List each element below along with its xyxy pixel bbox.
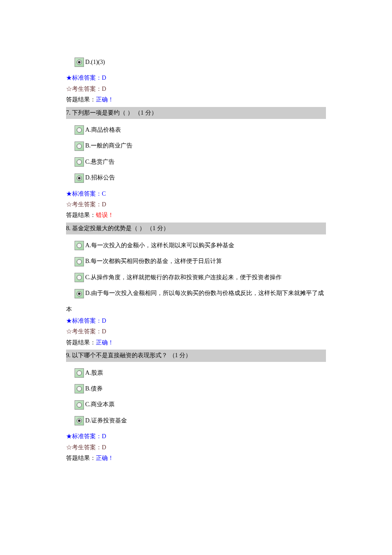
option-label: B.债券 xyxy=(85,384,103,393)
option-label: C.悬赏广告 xyxy=(85,157,115,167)
option-label: D.(1)(3) xyxy=(85,58,105,67)
radio-unselected-icon xyxy=(77,370,82,376)
option-label: A.每一次投入的金额小，这样长期以来可以购买多种基金 xyxy=(85,241,234,250)
result-row: 答题结果：错误！ xyxy=(66,211,326,220)
option-row: A.股票 xyxy=(75,368,326,378)
result-row: 答题结果：正确！ xyxy=(66,454,326,463)
radio-button[interactable] xyxy=(75,241,84,250)
result-value: 正确！ xyxy=(96,339,114,346)
student-answer: ☆考生答案：D xyxy=(66,327,326,336)
option-row: D.招标公告 xyxy=(75,173,326,182)
standard-answer: ★标准答案：C xyxy=(66,189,326,199)
standard-answer: ★标准答案：D xyxy=(66,73,326,83)
question-header: 8. 基金定投最大的优势是（ ） （1 分） xyxy=(66,223,326,234)
result-value: 正确！ xyxy=(96,96,114,103)
option-label: D.证券投资基金 xyxy=(85,416,127,425)
result-label: 答题结果： xyxy=(66,455,96,461)
radio-button[interactable] xyxy=(75,125,84,135)
option-row: B.每一次都购买相同份数的基金，这样便于日后计算 xyxy=(75,257,326,266)
option-row: A.每一次投入的金额小，这样长期以来可以购买多种基金 xyxy=(75,241,326,250)
radio-button[interactable] xyxy=(75,368,84,378)
standard-answer: ★标准答案：D xyxy=(66,432,326,441)
radio-button[interactable] xyxy=(75,173,84,183)
result-value: 正确！ xyxy=(96,455,114,461)
option-label: D.招标公告 xyxy=(85,173,115,182)
result-row: 答题结果：正确！ xyxy=(66,338,326,347)
question-header: 9. 以下哪个不是直接融资的表现形式？ （1 分） xyxy=(66,350,326,361)
option-row: D.证券投资基金 xyxy=(75,416,326,425)
radio-button[interactable] xyxy=(75,157,84,167)
radio-unselected-icon xyxy=(77,275,82,280)
radio-unselected-icon xyxy=(77,159,82,165)
result-label: 答题结果： xyxy=(66,212,96,218)
radio-unselected-icon xyxy=(77,402,82,408)
result-label: 答题结果： xyxy=(66,96,96,103)
radio-button[interactable] xyxy=(75,58,84,67)
student-answer: ☆考生答案：D xyxy=(66,84,326,94)
option-row: B.一般的商业广告 xyxy=(75,141,326,150)
result-row: 答题结果：正确！ xyxy=(66,95,326,104)
option-label: C.商业本票 xyxy=(85,400,115,409)
option-label: A.商品价格表 xyxy=(85,125,121,135)
radio-selected-icon xyxy=(77,418,82,423)
radio-button[interactable] xyxy=(75,416,84,425)
option-row: C.悬赏广告 xyxy=(75,157,326,167)
radio-selected-icon xyxy=(77,60,82,65)
option-label: C.从操作角度，这样就把银行的存款和投资账户连接起来，便于投资者操作 xyxy=(85,273,282,282)
radio-button[interactable] xyxy=(75,384,84,393)
radio-unselected-icon xyxy=(77,386,82,391)
option-label: A.股票 xyxy=(85,368,103,378)
standard-answer: ★标准答案：D xyxy=(66,316,326,326)
radio-button[interactable] xyxy=(75,289,84,298)
radio-button[interactable] xyxy=(75,400,84,410)
radio-selected-icon xyxy=(77,291,82,296)
option-row: B.债券 xyxy=(75,384,326,393)
option-label: B.每一次都购买相同份数的基金，这样便于日后计算 xyxy=(85,257,222,266)
option-label: B.一般的商业广告 xyxy=(85,141,133,150)
result-value: 错误！ xyxy=(96,212,114,218)
option-row: C.从操作角度，这样就把银行的存款和投资账户连接起来，便于投资者操作 xyxy=(75,273,326,282)
radio-button[interactable] xyxy=(75,142,84,151)
student-answer: ☆考生答案：D xyxy=(66,200,326,209)
radio-unselected-icon xyxy=(77,144,82,149)
radio-unselected-icon xyxy=(77,259,82,264)
option-label: D.由于每一次投入金额相同，所以每次购买的份数与价格成反比，这样长期下来就摊平了… xyxy=(85,289,324,298)
radio-button[interactable] xyxy=(75,273,84,282)
option-row: D.由于每一次投入金额相同，所以每次购买的份数与价格成反比，这样长期下来就摊平了… xyxy=(75,289,326,298)
option-row: C.商业本票 xyxy=(75,400,326,409)
radio-selected-icon xyxy=(77,176,82,181)
question-header: 7. 下列那一项是要约（ ） （1 分） xyxy=(66,107,326,119)
radio-button[interactable] xyxy=(75,257,84,266)
student-answer: ☆考生答案：D xyxy=(66,443,326,452)
radio-unselected-icon xyxy=(77,127,82,133)
option-continuation: 本 xyxy=(66,305,326,314)
radio-unselected-icon xyxy=(77,243,82,248)
option-row: A.商品价格表 xyxy=(75,125,326,135)
option-row: D.(1)(3) xyxy=(75,58,326,67)
result-label: 答题结果： xyxy=(66,339,96,346)
